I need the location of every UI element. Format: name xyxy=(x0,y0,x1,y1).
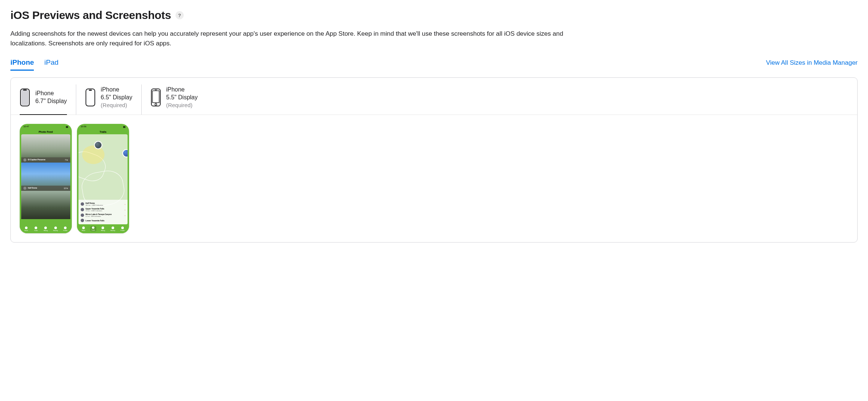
tab-ipad[interactable]: iPad xyxy=(44,58,58,71)
tab-iphone[interactable]: iPhone xyxy=(10,58,34,71)
phone-filled-icon xyxy=(20,89,30,106)
status-time: 10:47 xyxy=(23,125,29,128)
screenshots-panel: iPhone 6.7" Display iPhone 6.5" Display … xyxy=(10,77,858,243)
svg-rect-2 xyxy=(23,89,27,90)
svg-rect-1 xyxy=(21,90,29,105)
size-display-label: 5.5" Display xyxy=(166,94,198,102)
phone-homebutton-icon xyxy=(151,89,161,106)
size-tab-55[interactable]: iPhone 5.5" Display (Required) xyxy=(141,84,207,115)
svg-rect-6 xyxy=(152,91,159,103)
screenshot-thumbnail[interactable]: 10:47 ▮▮ Photo Feed El Capitan Preserve … xyxy=(20,124,72,233)
svg-rect-3 xyxy=(86,89,95,106)
required-label: (Required) xyxy=(101,102,132,109)
size-display-label: 6.5" Display xyxy=(101,94,132,102)
required-label: (Required) xyxy=(166,102,198,109)
screenshot-thumbnail[interactable]: 10:56 ▮▮ Trails Half Dome16.5 mi · 4,800… xyxy=(77,124,129,233)
page-title: iOS Previews and Screenshots xyxy=(10,9,171,22)
status-battery-icon: ▮▮ xyxy=(66,125,68,128)
size-tab-65[interactable]: iPhone 6.5" Display (Required) xyxy=(76,84,141,115)
size-device-label: iPhone xyxy=(35,90,67,97)
device-type-tabs: iPhone iPad xyxy=(10,58,58,71)
phone-outline-icon xyxy=(85,89,96,106)
size-tab-67[interactable]: iPhone 6.7" Display xyxy=(20,84,76,115)
size-device-label: iPhone xyxy=(101,86,132,94)
svg-rect-4 xyxy=(89,90,92,91)
svg-rect-8 xyxy=(155,90,157,90)
size-device-label: iPhone xyxy=(166,86,198,94)
status-battery-icon: ▮▮ xyxy=(123,125,125,128)
display-size-tabs: iPhone 6.7" Display iPhone 6.5" Display … xyxy=(11,78,857,115)
screenshots-dropzone[interactable]: 10:47 ▮▮ Photo Feed El Capitan Preserve … xyxy=(11,115,857,242)
view-all-sizes-link[interactable]: View All Sizes in Media Manager xyxy=(766,59,858,67)
help-icon[interactable]: ? xyxy=(176,11,184,19)
status-time: 10:56 xyxy=(81,125,86,128)
size-display-label: 6.7" Display xyxy=(35,97,67,105)
svg-point-7 xyxy=(155,103,157,105)
section-description: Adding screenshots for the newest device… xyxy=(10,29,568,48)
